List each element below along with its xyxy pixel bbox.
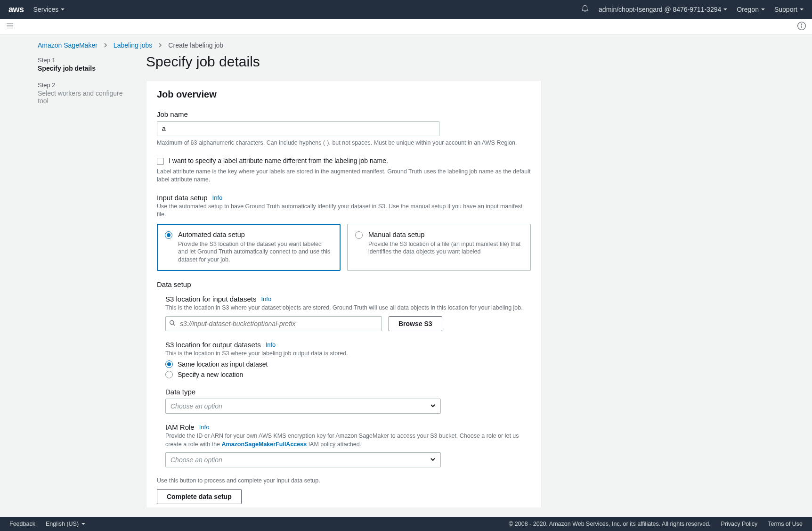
wizard-steps: Step 1 Specify job details Step 2 Select… <box>38 54 132 507</box>
automated-tile-title: Automated data setup <box>178 231 333 238</box>
input-data-setup-label: Input data setup <box>157 194 208 202</box>
support-menu[interactable]: Support <box>774 6 804 13</box>
panel-heading: Job overview <box>157 89 531 100</box>
privacy-policy-link[interactable]: Privacy Policy <box>721 521 758 527</box>
services-label: Services <box>33 6 59 13</box>
search-icon <box>169 319 176 327</box>
caret-down-icon <box>761 8 765 10</box>
browse-s3-button[interactable]: Browse S3 <box>389 316 442 331</box>
job-overview-panel: Job overview Job name Maximum of 63 alph… <box>146 80 542 507</box>
iam-role-field: IAM Role Info Provide the ID or ARN for … <box>165 423 531 467</box>
output-same-location-label: Same location as input dataset <box>178 360 268 368</box>
step-2-title: Select workers and configure tool <box>38 90 132 105</box>
s3-output-info-link[interactable]: Info <box>266 341 276 348</box>
svg-line-7 <box>173 324 175 326</box>
account-menu[interactable]: admin/chopt-Isengard @ 8476-9711-3294 <box>599 6 727 13</box>
s3-input-info-link[interactable]: Info <box>261 295 271 302</box>
radio-icon <box>165 360 173 368</box>
s3-input-field: S3 location for input datasets Info This… <box>165 295 531 331</box>
feedback-link[interactable]: Feedback <box>9 521 35 527</box>
step-2-label: Step 2 <box>38 82 132 89</box>
breadcrumb: Amazon SageMaker Labeling jobs Create la… <box>0 35 812 54</box>
job-name-label: Job name <box>157 110 531 118</box>
complete-data-setup-button[interactable]: Complete data setup <box>157 489 242 504</box>
label-attribute-hint: Label attribute name is the key where yo… <box>157 168 531 184</box>
info-panel-icon[interactable] <box>797 21 806 32</box>
iam-role-hint: Provide the ID or ARN for your own AWS K… <box>165 432 531 449</box>
s3-input-location-input[interactable] <box>165 316 382 331</box>
radio-icon <box>165 371 173 378</box>
sub-header <box>0 19 812 35</box>
language-label: English (US) <box>46 521 79 527</box>
caret-down-icon <box>61 8 65 10</box>
label-attribute-field: I want to specify a label attribute name… <box>157 157 531 184</box>
svg-point-6 <box>170 320 174 324</box>
s3-output-hint: This is the location in S3 where your la… <box>165 350 531 358</box>
breadcrumb-current: Create labeling job <box>168 41 223 49</box>
complete-data-setup-hint: Use this button to process and complete … <box>157 477 531 485</box>
caret-down-icon <box>81 523 85 525</box>
input-data-setup-hint: Use the automated setup to have Ground T… <box>157 203 531 219</box>
manual-data-setup-tile[interactable]: Manual data setup Provide the S3 locatio… <box>347 224 531 271</box>
iam-policy-link[interactable]: AmazonSageMakerFullAccess <box>222 441 307 448</box>
caret-down-icon <box>723 8 727 10</box>
support-label: Support <box>774 6 797 13</box>
step-1-title: Specify job details <box>38 65 132 72</box>
region-menu[interactable]: Oregon <box>737 6 765 13</box>
automated-tile-desc: Provide the S3 location of the dataset y… <box>178 240 333 264</box>
s3-input-label: S3 location for input datasets <box>165 295 256 303</box>
iam-role-select[interactable]: Choose an option <box>165 452 441 467</box>
job-name-input[interactable] <box>157 121 439 136</box>
sidebar-toggle-icon[interactable] <box>6 22 14 32</box>
breadcrumb-labeling-jobs[interactable]: Labeling jobs <box>114 41 153 49</box>
radio-icon <box>165 231 172 239</box>
radio-icon <box>355 231 363 239</box>
services-menu[interactable]: Services <box>33 6 65 13</box>
data-type-field: Data type Choose an option <box>165 388 531 414</box>
manual-tile-title: Manual data setup <box>368 231 523 238</box>
data-type-label: Data type <box>165 388 531 396</box>
output-new-location-label: Specify a new location <box>178 371 243 378</box>
top-nav: aws Services admin/chopt-Isengard @ 8476… <box>0 0 812 19</box>
language-select[interactable]: English (US) <box>46 521 85 527</box>
chevron-right-icon <box>103 41 108 49</box>
terms-of-use-link[interactable]: Terms of Use <box>768 521 803 527</box>
automated-data-setup-tile[interactable]: Automated data setup Provide the S3 loca… <box>157 224 341 271</box>
svg-point-5 <box>801 24 802 25</box>
step-1-label: Step 1 <box>38 57 132 64</box>
data-setup-heading: Data setup <box>157 280 531 288</box>
iam-role-info-link[interactable]: Info <box>199 424 210 431</box>
job-name-field: Job name Maximum of 63 alphanumeric char… <box>157 110 531 147</box>
region-label: Oregon <box>737 6 759 13</box>
input-data-setup-section: Input data setup Info Use the automated … <box>157 194 531 271</box>
breadcrumb-sagemaker[interactable]: Amazon SageMaker <box>38 41 97 49</box>
manual-tile-desc: Provide the S3 location of a file (an in… <box>368 240 523 256</box>
wizard-step-1[interactable]: Step 1 Specify job details <box>38 57 132 72</box>
page-title: Specify job details <box>146 54 542 70</box>
aws-logo[interactable]: aws <box>8 5 24 15</box>
data-type-value: Choose an option <box>171 402 222 410</box>
s3-output-field: S3 location for output datasets Info Thi… <box>165 341 531 379</box>
wizard-step-2[interactable]: Step 2 Select workers and configure tool <box>38 82 132 105</box>
label-attribute-checkbox[interactable] <box>157 158 164 165</box>
job-name-hint: Maximum of 63 alphanumeric characters. C… <box>157 139 531 147</box>
label-attribute-checkbox-label: I want to specify a label attribute name… <box>169 157 388 164</box>
input-data-setup-info-link[interactable]: Info <box>212 194 223 201</box>
caret-down-icon <box>800 8 804 10</box>
data-type-select[interactable]: Choose an option <box>165 399 441 414</box>
iam-role-label: IAM Role <box>165 423 195 431</box>
iam-role-value: Choose an option <box>171 456 222 464</box>
chevron-right-icon <box>158 41 162 49</box>
output-new-location-radio[interactable]: Specify a new location <box>165 371 531 378</box>
notifications-icon[interactable] <box>581 5 589 15</box>
output-same-location-radio[interactable]: Same location as input dataset <box>165 360 531 368</box>
account-label: admin/chopt-Isengard @ 8476-9711-3294 <box>599 6 721 13</box>
footer: Feedback English (US) © 2008 - 2020, Ama… <box>0 517 812 531</box>
copyright-text: © 2008 - 2020, Amazon Web Services, Inc.… <box>509 521 710 527</box>
s3-output-label: S3 location for output datasets <box>165 341 261 349</box>
caret-down-icon <box>430 402 436 410</box>
s3-input-hint: This is the location in S3 where your da… <box>165 304 531 312</box>
caret-down-icon <box>430 456 436 464</box>
